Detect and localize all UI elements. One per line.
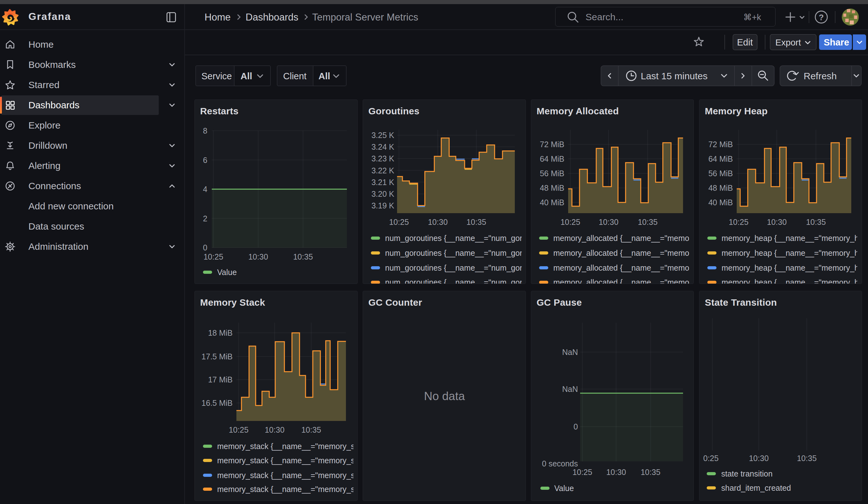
svg-text:10:35: 10:35 bbox=[641, 468, 661, 476]
svg-text:56 MiB: 56 MiB bbox=[708, 169, 733, 178]
svg-text:72 MiB: 72 MiB bbox=[540, 140, 564, 149]
svg-text:40 MiB: 40 MiB bbox=[708, 198, 733, 207]
svg-text:2: 2 bbox=[203, 214, 207, 223]
svg-text:10:25: 10:25 bbox=[389, 218, 409, 226]
svg-text:memory_allocated {__name__="me: memory_allocated {__name__="memory_allo bbox=[553, 234, 694, 243]
svg-text:memory_heap {__name__="memory_: memory_heap {__name__="memory_heap", bbox=[722, 278, 862, 284]
svg-text:num_goroutines {__name__="num_: num_goroutines {__name__="num_goroutines… bbox=[385, 234, 526, 243]
svg-text:10:30: 10:30 bbox=[428, 218, 448, 226]
svg-text:All: All bbox=[319, 71, 330, 81]
svg-text:Value: Value bbox=[554, 484, 574, 493]
svg-text:All: All bbox=[240, 71, 252, 81]
svg-text:NaN: NaN bbox=[562, 384, 578, 393]
svg-text:10:35: 10:35 bbox=[797, 454, 817, 463]
svg-text:17 MiB: 17 MiB bbox=[208, 375, 232, 384]
svg-text:4: 4 bbox=[203, 185, 207, 194]
svg-text:3.25 K: 3.25 K bbox=[372, 131, 394, 140]
svg-text:?: ? bbox=[819, 13, 824, 22]
svg-text:Refresh: Refresh bbox=[804, 71, 837, 81]
svg-text:0 seconds: 0 seconds bbox=[542, 459, 578, 468]
svg-text:Export: Export bbox=[776, 38, 801, 48]
svg-text:8: 8 bbox=[203, 126, 207, 135]
svg-text:10:35: 10:35 bbox=[293, 252, 313, 261]
svg-text:10:25: 10:25 bbox=[560, 218, 580, 226]
svg-text:memory_stack {__name__="memory: memory_stack {__name__="memory_stack", i… bbox=[217, 442, 358, 451]
svg-text:10:35: 10:35 bbox=[466, 218, 486, 226]
svg-text:10:25: 10:25 bbox=[729, 218, 749, 226]
svg-text:0: 0 bbox=[203, 243, 207, 252]
svg-text:0: 0 bbox=[574, 422, 578, 431]
svg-text:memory_heap {__name__="memory_: memory_heap {__name__="memory_heap", bbox=[722, 234, 862, 243]
svg-text:10:25: 10:25 bbox=[229, 425, 249, 434]
svg-text:state transition: state transition bbox=[721, 469, 773, 478]
svg-text:3.20 K: 3.20 K bbox=[372, 189, 394, 198]
svg-text:num_goroutines {__name__="num_: num_goroutines {__name__="num_goroutines… bbox=[385, 248, 526, 257]
svg-text:num_goroutines {__name__="num_: num_goroutines {__name__="num_goroutines… bbox=[385, 263, 526, 272]
svg-text:memory_stack {__name__="memory: memory_stack {__name__="memory_stack", i… bbox=[217, 456, 358, 465]
svg-text:Service: Service bbox=[202, 71, 232, 81]
svg-text:18 MiB: 18 MiB bbox=[208, 328, 232, 337]
svg-text:0:25: 0:25 bbox=[703, 454, 719, 463]
svg-text:memory_heap {__name__="memory_: memory_heap {__name__="memory_heap", bbox=[722, 248, 862, 257]
svg-text:3.21 K: 3.21 K bbox=[372, 178, 394, 187]
svg-text:memory_heap {__name__="memory_: memory_heap {__name__="memory_heap", bbox=[722, 263, 862, 272]
svg-text:Last 15 minutes: Last 15 minutes bbox=[641, 71, 707, 81]
svg-text:3.19 K: 3.19 K bbox=[372, 201, 394, 210]
svg-text:Share: Share bbox=[824, 37, 849, 48]
svg-text:10:30: 10:30 bbox=[265, 425, 285, 434]
svg-text:16.5 MiB: 16.5 MiB bbox=[202, 399, 232, 407]
svg-text:64 MiB: 64 MiB bbox=[708, 154, 733, 163]
svg-text:10:30: 10:30 bbox=[599, 218, 619, 226]
svg-text:shard_item_created: shard_item_created bbox=[721, 483, 791, 492]
svg-text:memory_allocated {__name__="me: memory_allocated {__name__="memory_allo bbox=[553, 278, 694, 284]
svg-text:3.22 K: 3.22 K bbox=[372, 166, 394, 175]
svg-text:48 MiB: 48 MiB bbox=[540, 184, 564, 192]
svg-text:10:25: 10:25 bbox=[572, 468, 592, 476]
svg-text:10:30: 10:30 bbox=[749, 454, 769, 463]
svg-text:10:35: 10:35 bbox=[806, 218, 826, 226]
svg-text:10:30: 10:30 bbox=[767, 218, 787, 226]
svg-text:Edit: Edit bbox=[737, 37, 753, 48]
svg-text:NaN: NaN bbox=[562, 348, 578, 357]
svg-text:No data: No data bbox=[424, 390, 465, 403]
svg-text:10:35: 10:35 bbox=[638, 218, 658, 226]
svg-text:3.23 K: 3.23 K bbox=[372, 154, 394, 163]
svg-text:Client: Client bbox=[283, 71, 307, 81]
svg-text:memory_allocated {__name__="me: memory_allocated {__name__="memory_allo bbox=[553, 263, 694, 272]
svg-text:10:30: 10:30 bbox=[606, 468, 626, 476]
svg-text:10:30: 10:30 bbox=[248, 252, 268, 261]
svg-text:num_goroutines {__name__="num_: num_goroutines {__name__="num_goroutines… bbox=[385, 278, 526, 284]
svg-text:3.24 K: 3.24 K bbox=[372, 142, 394, 151]
svg-text:memory_stack {__name__="memory: memory_stack {__name__="memory_stack", i… bbox=[217, 471, 358, 480]
svg-text:56 MiB: 56 MiB bbox=[540, 169, 564, 178]
svg-text:6: 6 bbox=[203, 156, 207, 165]
svg-text:40 MiB: 40 MiB bbox=[540, 198, 564, 207]
svg-text:10:25: 10:25 bbox=[204, 252, 224, 261]
svg-text:Value: Value bbox=[217, 268, 237, 277]
svg-text:17.5 MiB: 17.5 MiB bbox=[202, 352, 232, 361]
svg-text:48 MiB: 48 MiB bbox=[708, 184, 733, 192]
svg-text:72 MiB: 72 MiB bbox=[708, 140, 733, 149]
svg-text:memory_allocated {__name__="me: memory_allocated {__name__="memory_allo bbox=[553, 248, 694, 257]
svg-text:64 MiB: 64 MiB bbox=[540, 154, 564, 163]
svg-text:10:35: 10:35 bbox=[301, 425, 321, 434]
svg-text:memory_stack {__name__="memory: memory_stack {__name__="memory_stack", i… bbox=[217, 485, 358, 494]
